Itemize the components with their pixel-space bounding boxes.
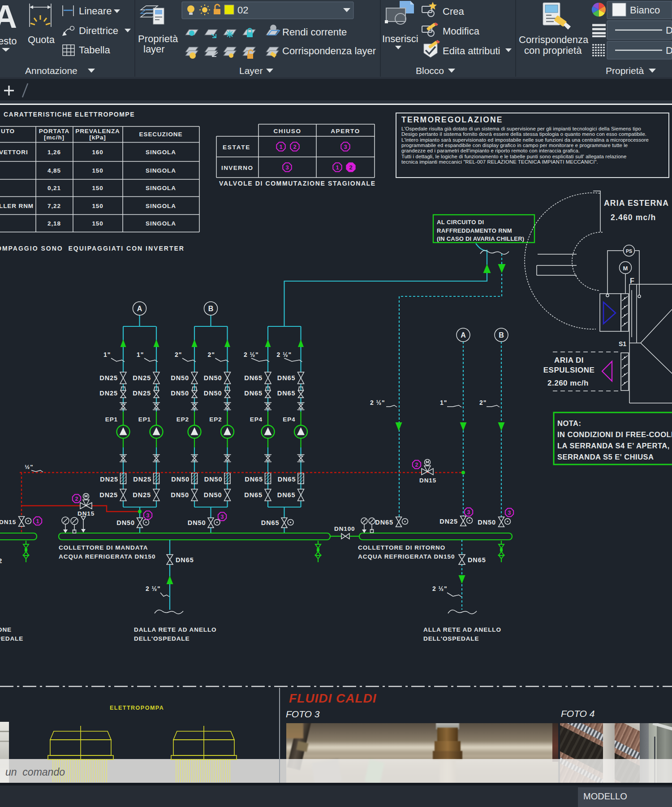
svg-text:3: 3 (467, 509, 470, 516)
svg-text:3: 3 (221, 514, 224, 520)
svg-text:DN50: DN50 (204, 390, 222, 397)
svg-text:1,26: 1,26 (47, 149, 61, 156)
svg-text:Tutti i dettagli, le logiche d: Tutti i dettagli, le logiche di funziona… (401, 154, 626, 159)
svg-text:B: B (208, 305, 214, 312)
svg-text:DN15: DN15 (78, 510, 95, 517)
svg-text:EP1: EP1 (138, 416, 151, 423)
svg-text:3: 3 (285, 164, 289, 171)
svg-text:ESTATE: ESTATE (223, 144, 250, 151)
svg-text:1: 1 (36, 518, 39, 525)
svg-text:½": ½" (25, 464, 33, 470)
svg-text:DN100: DN100 (334, 525, 355, 532)
svg-text:RAFFREDDAMENTO RNM: RAFFREDDAMENTO RNM (437, 227, 512, 234)
svg-text:DN65: DN65 (277, 390, 296, 397)
svg-text:Lineare: Lineare (79, 5, 112, 17)
svg-text:con proprietà: con proprietà (524, 45, 582, 56)
svg-text:un comando: un comando (5, 766, 65, 778)
svg-text:DN65: DN65 (261, 519, 280, 526)
svg-text:Layer: Layer (239, 65, 263, 76)
svg-text:150: 150 (92, 203, 103, 209)
svg-text:UTO: UTO (1, 128, 15, 134)
svg-text:Proprietà: Proprietà (606, 65, 644, 76)
svg-text:2: 2 (0, 557, 2, 564)
svg-text:Corrispondenza: Corrispondenza (519, 34, 589, 45)
svg-text:SINGOLA: SINGOLA (146, 149, 176, 156)
svg-text:DN65: DN65 (278, 476, 296, 483)
svg-text:DN65: DN65 (244, 390, 263, 397)
svg-text:DELL'OSPEDALE: DELL'OSPEDALE (134, 635, 190, 642)
svg-text:SERRANDA S5 E' CHIUSA: SERRANDA S5 E' CHIUSA (557, 453, 654, 461)
svg-text:FOTO 4: FOTO 4 (561, 708, 594, 719)
svg-text:FOTO 3: FOTO 3 (286, 709, 320, 719)
svg-text:A: A (137, 305, 142, 312)
svg-text:COLLETTORE DI RITORNO: COLLETTORE DI RITORNO (358, 544, 445, 551)
svg-text:DN50: DN50 (188, 519, 206, 526)
svg-text:EP1: EP1 (105, 416, 118, 423)
svg-text:Direttrice: Direttrice (79, 25, 118, 36)
svg-text:A: A (461, 331, 466, 339)
svg-text:2.260 mc/h: 2.260 mc/h (547, 379, 589, 387)
svg-text:COLLETTORE DI MANDATA: COLLETTORE DI MANDATA (59, 544, 148, 551)
svg-text:2: 2 (75, 496, 78, 502)
svg-text:Inserisci: Inserisci (382, 33, 418, 44)
svg-text:D: D (666, 45, 672, 56)
svg-text:FLUIDI CALDI: FLUIDI CALDI (289, 691, 377, 705)
svg-text:3: 3 (146, 512, 150, 519)
svg-text:tecnica impianti meccanici "RE: tecnica impianti meccanici "REL-007 RELA… (401, 159, 598, 165)
svg-text:4,85: 4,85 (47, 167, 61, 174)
svg-text:esto: esto (0, 35, 17, 47)
svg-text:LLER RNM: LLER RNM (0, 203, 34, 209)
svg-text:ARIA ESTERNA: ARIA ESTERNA (604, 199, 669, 208)
svg-text:NOTA:: NOTA: (557, 419, 582, 427)
svg-text:IN CONDIZIONI DI FREE-COOLING: IN CONDIZIONI DI FREE-COOLING (557, 430, 672, 438)
svg-text:LA SERRANDA S4 E' APERTA, LA: LA SERRANDA S4 E' APERTA, LA (557, 442, 672, 450)
svg-text:Annotazione: Annotazione (25, 65, 78, 76)
svg-text:Rendi corrente: Rendi corrente (282, 26, 347, 38)
svg-text:EP2: EP2 (177, 416, 189, 423)
svg-text:Proprietà: Proprietà (138, 33, 178, 44)
svg-text:DN50: DN50 (171, 390, 189, 397)
svg-text:2.460 mc/h: 2.460 mc/h (611, 213, 656, 222)
svg-text:grandezze ed i parametri dell': grandezze ed i parametri dell'impianto e… (401, 148, 580, 153)
svg-text:Crea: Crea (443, 6, 464, 17)
svg-text:DN25: DN25 (133, 491, 151, 499)
svg-text:PEDALE: PEDALE (0, 635, 23, 642)
svg-text:3: 3 (508, 510, 511, 516)
svg-text:B: B (499, 331, 504, 339)
svg-text:DN50: DN50 (204, 374, 222, 382)
svg-text:DN25: DN25 (133, 374, 151, 382)
svg-text:2 ½": 2 ½" (146, 585, 161, 592)
svg-text:DN25: DN25 (100, 476, 118, 483)
svg-text:ELETTROPOMPA: ELETTROPOMPA (110, 705, 164, 711)
svg-text:[mc/h]: [mc/h] (44, 134, 65, 141)
svg-text:160: 160 (92, 149, 103, 156)
svg-text:EP4: EP4 (283, 416, 295, 423)
svg-text:DN15: DN15 (0, 519, 16, 525)
svg-text:1: 1 (336, 164, 339, 171)
svg-text:Modifica: Modifica (443, 26, 480, 37)
svg-text:DN25: DN25 (99, 390, 118, 397)
svg-text:SINGOLA: SINGOLA (146, 167, 176, 174)
svg-text:CARATTERISTICHE ELETTROPOMPE: CARATTERISTICHE ELETTROPOMPE (4, 111, 135, 118)
svg-text:3: 3 (344, 143, 347, 150)
svg-text:2 ½": 2 ½" (244, 351, 259, 358)
svg-text:Bianco: Bianco (630, 4, 660, 16)
svg-text:DALLA RETE AD ANELLO: DALLA RETE AD ANELLO (134, 626, 217, 633)
svg-text:DN50: DN50 (478, 519, 496, 526)
svg-text:CHIUSO: CHIUSO (273, 128, 301, 134)
svg-text:APERTO: APERTO (331, 128, 360, 134)
svg-text:2": 2" (479, 399, 487, 406)
svg-text:2 ½": 2 ½" (277, 351, 292, 358)
svg-text:DN50: DN50 (116, 519, 135, 526)
svg-text:2 ½": 2 ½" (432, 585, 448, 592)
svg-text:2,18: 2,18 (47, 220, 61, 227)
svg-text:D: D (666, 25, 672, 36)
svg-text:1": 1" (103, 351, 111, 358)
svg-text:DN25: DN25 (439, 518, 458, 525)
svg-text:programmabile ed espandibile c: programmabile ed espandibile con display… (401, 143, 628, 148)
svg-text:PS: PS (626, 248, 632, 254)
svg-text:DN25: DN25 (99, 374, 118, 382)
svg-text:ESPULSIONE: ESPULSIONE (543, 366, 595, 374)
svg-text:DN65: DN65 (277, 374, 296, 382)
svg-text:MODELLO: MODELLO (583, 791, 627, 801)
